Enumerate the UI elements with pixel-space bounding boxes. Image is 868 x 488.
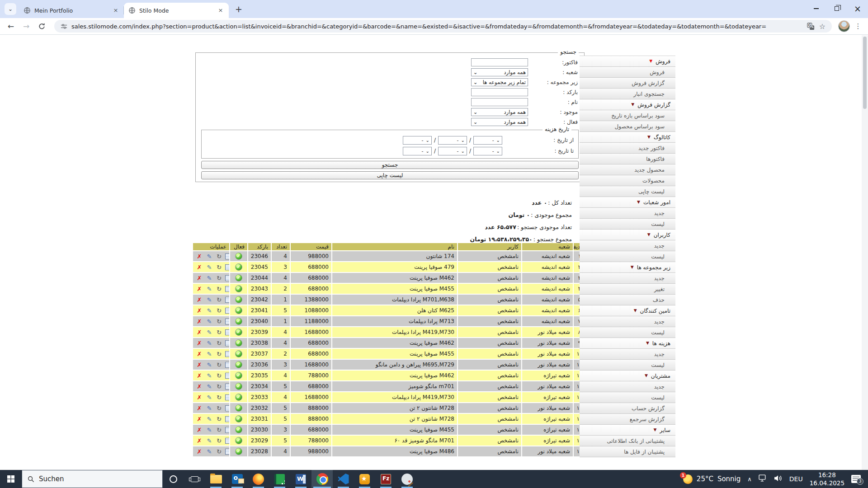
refresh-icon[interactable] [216, 275, 223, 282]
active-check-icon[interactable] [235, 361, 242, 368]
refresh-icon[interactable] [216, 264, 223, 271]
bookmark-star-icon[interactable] [818, 22, 826, 30]
edit-pencil-icon[interactable] [206, 286, 213, 292]
details-list-icon[interactable] [225, 275, 229, 281]
form-button[interactable]: لیست چاپی [201, 171, 579, 179]
file-explorer[interactable] [205, 470, 226, 488]
date-select-year[interactable]: - [403, 147, 432, 155]
menu-item[interactable]: تغییر [580, 284, 675, 295]
refresh-icon[interactable] [216, 253, 223, 260]
delete-icon[interactable] [196, 383, 203, 390]
active-check-icon[interactable] [235, 263, 242, 271]
window-restore-icon[interactable] [826, 0, 847, 17]
date-select-year[interactable]: - [403, 136, 432, 145]
refresh-icon[interactable] [216, 437, 223, 444]
translate-icon[interactable]: G [807, 22, 815, 30]
delete-icon[interactable] [196, 416, 203, 422]
delete-icon[interactable] [196, 307, 203, 314]
delete-icon[interactable] [196, 361, 203, 368]
refresh-icon[interactable] [216, 329, 223, 336]
active-check-icon[interactable] [235, 253, 242, 260]
refresh-icon[interactable] [216, 307, 223, 314]
active-check-icon[interactable] [235, 404, 242, 412]
details-list-icon[interactable] [225, 405, 229, 411]
green-app[interactable] [269, 470, 290, 488]
menu-item[interactable]: گزارش فروش ▼ [580, 99, 675, 110]
delete-icon[interactable] [196, 351, 203, 357]
menu-item[interactable]: جدید [580, 381, 675, 392]
network-icon[interactable] [759, 474, 767, 483]
menu-item[interactable]: سایر ▼ [580, 425, 675, 436]
delete-icon[interactable] [196, 296, 203, 303]
refresh-icon[interactable] [216, 340, 223, 347]
menu-item[interactable]: فروش [580, 67, 675, 78]
star-app[interactable] [354, 470, 375, 488]
speaker-icon[interactable] [774, 475, 783, 483]
edit-pencil-icon[interactable] [206, 296, 213, 303]
field-control[interactable]: همه موارد [471, 68, 528, 76]
menu-item[interactable]: پشتیبانی از بانک اطلاعاتی [580, 436, 675, 446]
scrollbar-thumb[interactable] [863, 37, 867, 109]
browser-tab[interactable]: Mein Portfolio [19, 3, 124, 18]
date-select-day[interactable]: - [473, 147, 502, 155]
edit-pencil-icon[interactable] [206, 416, 213, 422]
menu-item[interactable]: تامین کنندگان ▼ [580, 305, 675, 316]
details-list-icon[interactable] [225, 297, 229, 303]
delete-icon[interactable] [196, 329, 203, 336]
field-control[interactable] [471, 88, 528, 96]
menu-item[interactable]: فاکتورها [580, 154, 675, 164]
menu-item[interactable]: مشتریان ▼ [580, 371, 675, 381]
details-list-icon[interactable] [225, 319, 229, 324]
paint-app[interactable] [396, 470, 418, 488]
address-bar[interactable]: sales.stilomode.com/index.php?section=pr… [54, 20, 832, 33]
active-check-icon[interactable] [235, 437, 242, 444]
date-select-month[interactable]: - [438, 147, 467, 155]
refresh-icon[interactable] [216, 372, 223, 379]
site-settings-tune-icon[interactable] [60, 22, 68, 30]
outlook[interactable] [226, 470, 248, 488]
forward-icon[interactable]: → [20, 20, 33, 33]
refresh-icon[interactable] [216, 361, 223, 368]
menu-item[interactable]: لیست [580, 251, 675, 262]
menu-item[interactable]: لیست [580, 327, 675, 338]
refresh-icon[interactable] [216, 286, 223, 292]
menu-item[interactable]: سود براساس محصول [580, 121, 675, 132]
active-check-icon[interactable] [235, 426, 242, 433]
edit-pencil-icon[interactable] [206, 340, 213, 347]
refresh-icon[interactable] [216, 448, 223, 455]
delete-icon[interactable] [196, 372, 203, 379]
menu-item[interactable]: زیر مجموعه ها ▼ [580, 262, 675, 273]
edit-pencil-icon[interactable] [206, 264, 213, 271]
window-minimize-icon[interactable] [806, 0, 826, 17]
menu-item[interactable]: سود براساس بازه تاریخ [580, 110, 675, 121]
refresh-icon[interactable] [216, 318, 223, 325]
field-control[interactable]: همه موارد [471, 108, 528, 116]
menu-item[interactable]: فروش ▼ [580, 56, 675, 67]
details-list-icon[interactable] [225, 416, 229, 422]
edit-pencil-icon[interactable] [206, 427, 213, 433]
edit-pencil-icon[interactable] [206, 394, 213, 401]
edit-pencil-icon[interactable] [206, 253, 213, 260]
edit-pencil-icon[interactable] [206, 361, 213, 368]
field-control[interactable] [471, 58, 528, 66]
refresh-icon[interactable] [216, 296, 223, 303]
edit-pencil-icon[interactable] [206, 307, 213, 314]
active-check-icon[interactable] [235, 296, 242, 303]
active-check-icon[interactable] [235, 285, 242, 292]
vscode[interactable] [333, 470, 354, 488]
details-list-icon[interactable] [225, 351, 229, 357]
menu-item[interactable]: گزارش حساب [580, 403, 675, 414]
details-list-icon[interactable] [225, 438, 229, 444]
menu-item[interactable]: محصول جدید [580, 164, 675, 175]
menu-item[interactable]: هزینه ها ▼ [580, 338, 675, 349]
details-list-icon[interactable] [225, 362, 229, 368]
active-check-icon[interactable] [235, 339, 242, 347]
menu-item[interactable]: محصولات [580, 175, 675, 186]
firefox[interactable] [248, 470, 269, 488]
browser-tab[interactable]: Stilo Mode [124, 3, 229, 18]
date-select-month[interactable]: - [438, 136, 467, 145]
page-scrollbar[interactable] [862, 35, 868, 470]
edit-pencil-icon[interactable] [206, 383, 213, 390]
details-list-icon[interactable] [225, 340, 229, 346]
delete-icon[interactable] [196, 448, 203, 455]
